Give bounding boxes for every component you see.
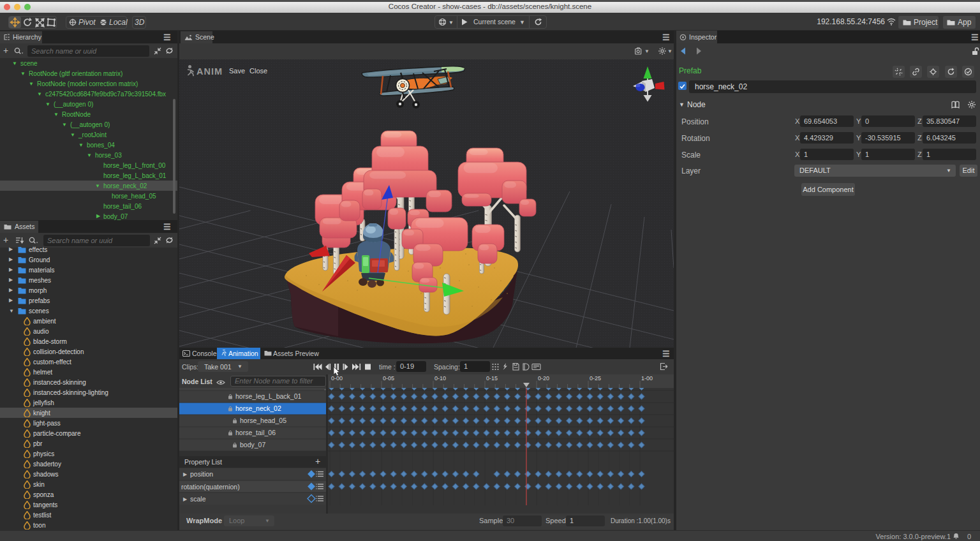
svg-text:0-10: 0-10: [434, 375, 446, 382]
svg-text:horse_tail_06: horse_tail_06: [235, 429, 276, 436]
svg-text:horse_neck_02: horse_neck_02: [235, 404, 281, 412]
svg-text:Close: Close: [249, 67, 267, 75]
svg-text:body_07: body_07: [240, 441, 265, 448]
svg-text:rotation(quaternion): rotation(quaternion): [181, 483, 240, 491]
svg-text:horse_head_05: horse_head_05: [240, 417, 286, 424]
svg-text:horse_leg_L_back_01: horse_leg_L_back_01: [235, 392, 301, 400]
svg-text:▶: ▶: [183, 496, 188, 502]
svg-text:0-20: 0-20: [538, 375, 549, 382]
svg-text:▶: ▶: [183, 471, 188, 477]
svg-text:Save: Save: [229, 67, 245, 75]
svg-text:0-25: 0-25: [590, 375, 601, 382]
svg-text:position: position: [190, 470, 213, 478]
svg-text:scale: scale: [190, 495, 206, 503]
svg-text:0-05: 0-05: [383, 375, 394, 382]
svg-text:1-00: 1-00: [641, 375, 653, 382]
svg-text:ANIM: ANIM: [197, 66, 223, 77]
svg-text:0-15: 0-15: [486, 375, 498, 382]
